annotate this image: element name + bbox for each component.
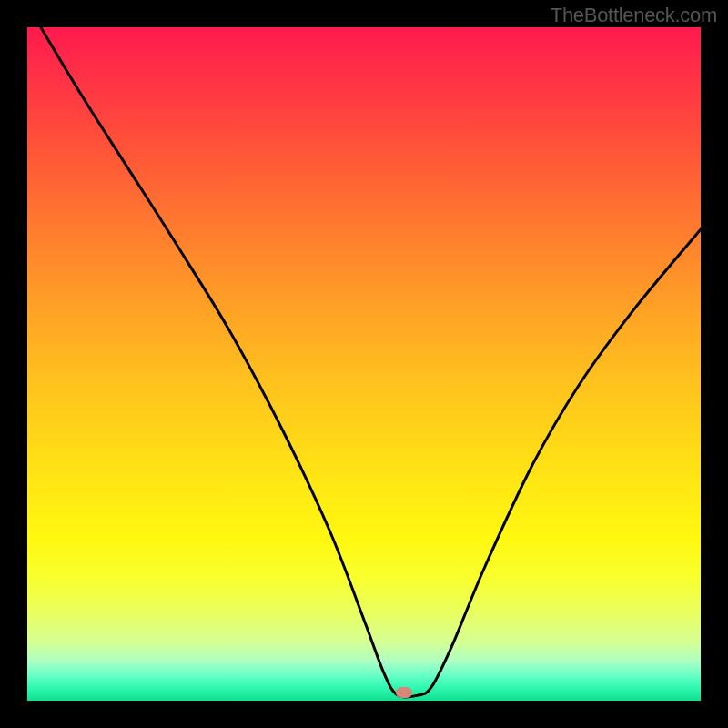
optimal-point-marker — [396, 687, 412, 698]
bottleneck-curve-path — [41, 27, 701, 697]
chart-line — [27, 27, 701, 701]
chart-plot-area — [27, 27, 701, 701]
watermark-label: TheBottleneck.com — [551, 4, 717, 27]
